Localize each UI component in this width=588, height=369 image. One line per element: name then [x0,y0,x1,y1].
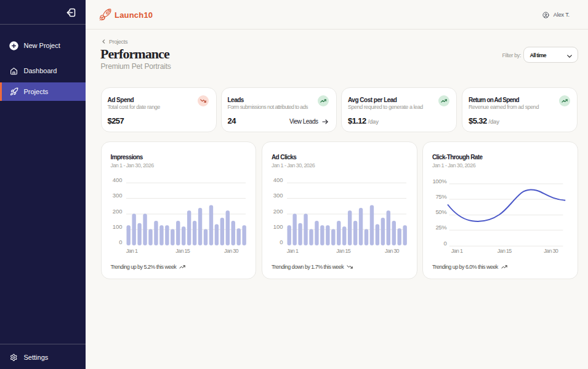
svg-text:400: 400 [112,177,122,183]
svg-text:100: 100 [273,223,283,230]
svg-text:Jan 1: Jan 1 [287,248,299,254]
svg-text:300: 300 [112,192,122,199]
svg-text:Jan 30: Jan 30 [385,248,400,254]
svg-text:100%: 100% [432,178,447,184]
svg-text:Jan 15: Jan 15 [336,248,351,254]
svg-text:50%: 50% [435,208,447,215]
svg-text:0: 0 [444,240,447,247]
svg-text:75%: 75% [435,193,447,200]
svg-text:100: 100 [112,223,122,230]
svg-text:Jan 30: Jan 30 [544,248,558,254]
svg-text:0: 0 [119,239,122,245]
svg-text:0: 0 [280,239,283,245]
svg-text:Jan 1: Jan 1 [126,248,137,254]
svg-text:400: 400 [273,177,283,183]
svg-text:Jan 1: Jan 1 [451,248,463,254]
svg-text:Jan 15: Jan 15 [497,248,512,254]
svg-text:200: 200 [273,208,283,215]
svg-text:25%: 25% [435,224,447,231]
svg-text:200: 200 [112,208,122,215]
svg-text:Jan 15: Jan 15 [175,248,190,254]
svg-text:300: 300 [273,192,283,199]
svg-text:Jan 30: Jan 30 [224,248,239,254]
